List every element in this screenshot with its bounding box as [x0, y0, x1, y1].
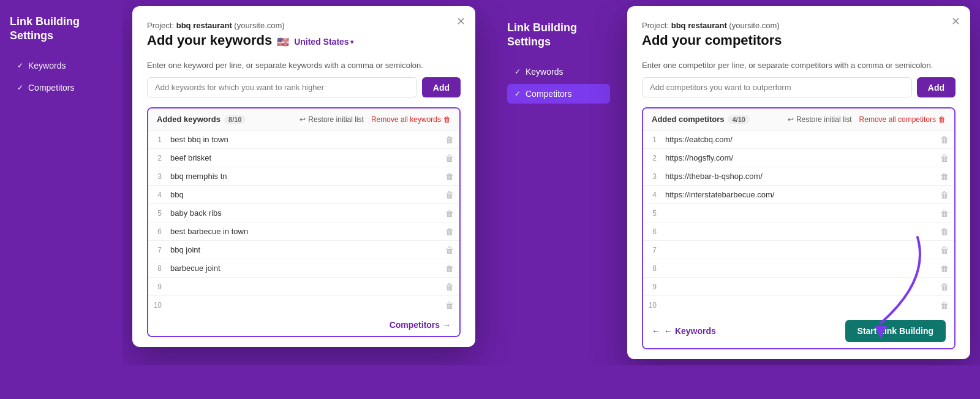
competitor-field-2[interactable] — [662, 149, 935, 167]
modal1-input-row: Add — [132, 77, 475, 107]
competitor-row: 5 🗑 — [643, 204, 954, 222]
delete-keyword-6[interactable]: 🗑 — [440, 227, 459, 237]
keywords-box: Added keywords 8/10 ↩ Restore initial li… — [147, 107, 461, 337]
keyword-field-6[interactable] — [167, 222, 440, 240]
keyword-field-7[interactable] — [167, 241, 440, 259]
delete-keyword-10[interactable]: 🗑 — [440, 300, 459, 310]
sidebar-item-keywords[interactable]: ✓ Keywords — [10, 56, 113, 75]
remove-all-competitors-button[interactable]: Remove all competitors 🗑 — [859, 115, 946, 124]
modal1-project-url: (yoursite.com) — [234, 21, 284, 30]
keyword-rows: 1 🗑 2 🗑 3 🗑 4 — [148, 131, 459, 314]
keyword-field-10[interactable] — [167, 296, 440, 314]
delete-keyword-1[interactable]: 🗑 — [440, 135, 459, 145]
keyword-row: 6 🗑 — [148, 222, 459, 241]
modal2-header: Project: bbq restaurant (yoursite.com) A… — [627, 6, 970, 61]
modal2-input-row: Add — [627, 77, 970, 107]
modal2-project-name: bbq restaurant — [671, 21, 727, 30]
sidebar-keywords-label: Keywords — [28, 61, 66, 70]
page-wrapper: Link Building Settings ✓ Keywords ✓ Comp… — [0, 0, 980, 399]
check-icon-competitors: ✓ — [17, 83, 23, 92]
restore-competitors-button[interactable]: ↩ Restore initial list — [788, 115, 852, 124]
sidebar2-title: Link Building Settings — [507, 21, 610, 50]
add-keyword-button[interactable]: Add — [422, 77, 461, 97]
competitors-badge: 4/10 — [728, 115, 749, 124]
delete-competitor-3[interactable]: 🗑 — [935, 172, 954, 181]
competitor-row: 9 🗑 — [643, 278, 954, 296]
keyword-field-5[interactable] — [167, 204, 440, 222]
competitor-field-9[interactable] — [662, 278, 935, 295]
delete-competitor-5[interactable]: 🗑 — [935, 208, 954, 218]
sidebar-title: Link Building Settings — [10, 15, 113, 44]
competitor-input[interactable] — [642, 77, 912, 97]
keyword-field-9[interactable] — [167, 278, 440, 295]
competitors-link-label: Competitors → — [390, 320, 451, 330]
content-area: ✕ Project: bbq restaurant (yoursite.com)… — [123, 0, 980, 365]
chevron-down-icon: ▾ — [350, 39, 353, 45]
delete-keyword-5[interactable]: 🗑 — [440, 208, 459, 218]
keyword-field-4[interactable] — [167, 186, 440, 203]
modal1-desc: Enter one keyword per line, or separate … — [132, 61, 475, 77]
restore-button[interactable]: ↩ Restore initial list — [300, 115, 364, 124]
competitors-footer: ← ← Keywords Start Link Building — [643, 314, 954, 348]
delete-keyword-8[interactable]: 🗑 — [440, 264, 459, 273]
competitor-field-4[interactable] — [662, 186, 935, 203]
keyword-input[interactable] — [147, 77, 417, 97]
competitor-row: 4 🗑 — [643, 186, 954, 204]
header-actions: ↩ Restore initial list Remove all keywor… — [300, 115, 451, 124]
competitor-row: 2 🗑 — [643, 149, 954, 167]
delete-competitor-1[interactable]: 🗑 — [935, 135, 954, 145]
keywords-footer: Competitors → — [148, 314, 459, 336]
left-sidebar: Link Building Settings ✓ Keywords ✓ Comp… — [0, 0, 123, 115]
delete-competitor-9[interactable]: 🗑 — [935, 282, 954, 292]
delete-competitor-8[interactable]: 🗑 — [935, 264, 954, 273]
check-icon-keywords: ✓ — [17, 61, 23, 70]
sidebar2-item-keywords[interactable]: ✓ Keywords — [507, 62, 610, 82]
competitor-field-5[interactable] — [662, 204, 935, 222]
add-competitor-button[interactable]: Add — [917, 77, 956, 97]
competitor-field-8[interactable] — [662, 259, 935, 277]
right-sidebar: Link Building Settings ✓ Keywords ✓ Comp… — [497, 6, 620, 121]
delete-competitor-4[interactable]: 🗑 — [935, 190, 954, 200]
start-link-building-button[interactable]: Start Link Building — [845, 320, 946, 342]
sidebar-item-competitors[interactable]: ✓ Competitors — [10, 78, 113, 97]
competitor-field-1[interactable] — [662, 131, 935, 148]
competitor-field-3[interactable] — [662, 167, 935, 185]
keyword-row: 5 🗑 — [148, 204, 459, 222]
modal1-title-row: Add your keywords 🇺🇸 United States ▾ — [147, 32, 461, 51]
competitor-field-6[interactable] — [662, 222, 935, 240]
keyword-field-2[interactable] — [167, 149, 440, 167]
country-select[interactable]: United States ▾ — [294, 37, 353, 47]
keywords-modal: ✕ Project: bbq restaurant (yoursite.com)… — [132, 6, 475, 347]
delete-keyword-2[interactable]: 🗑 — [440, 153, 459, 163]
check-icon-kw2: ✓ — [514, 67, 521, 76]
delete-competitor-2[interactable]: 🗑 — [935, 153, 954, 163]
competitors-header-actions: ↩ Restore initial list Remove all compet… — [788, 115, 946, 124]
keyword-field-8[interactable] — [167, 259, 440, 277]
keyword-field-1[interactable] — [167, 131, 440, 148]
competitor-field-7[interactable] — [662, 241, 935, 259]
remove-all-button[interactable]: Remove all keywords 🗑 — [371, 115, 451, 124]
keyword-row: 8 🗑 — [148, 259, 459, 278]
delete-keyword-7[interactable]: 🗑 — [440, 245, 459, 255]
delete-competitor-7[interactable]: 🗑 — [935, 245, 954, 255]
check-icon-comp2: ✓ — [514, 89, 521, 98]
sidebar2-item-competitors[interactable]: ✓ Competitors — [507, 84, 610, 104]
country-label: United States — [294, 37, 349, 47]
delete-competitor-10[interactable]: 🗑 — [935, 300, 954, 310]
delete-competitor-6[interactable]: 🗑 — [935, 227, 954, 237]
keyword-row: 10 🗑 — [148, 296, 459, 314]
modal1-project: Project: bbq restaurant (yoursite.com) — [147, 21, 461, 30]
delete-keyword-3[interactable]: 🗑 — [440, 172, 459, 181]
keyword-row: 9 🗑 — [148, 278, 459, 296]
restore-competitors-label: Restore initial list — [796, 115, 852, 124]
delete-keyword-4[interactable]: 🗑 — [440, 190, 459, 200]
delete-keyword-9[interactable]: 🗑 — [440, 282, 459, 292]
modal1-title: Add your keywords — [147, 32, 272, 48]
keywords-box-header: Added keywords 8/10 ↩ Restore initial li… — [148, 108, 459, 131]
back-to-keywords-link[interactable]: ← ← Keywords — [652, 326, 716, 336]
competitor-field-10[interactable] — [662, 296, 935, 314]
keyword-field-3[interactable] — [167, 167, 440, 185]
competitor-rows: 1 🗑 2 🗑 3 🗑 4 — [643, 131, 954, 314]
competitors-box-header: Added competitors 4/10 ↩ Restore initial… — [643, 108, 954, 131]
competitors-link[interactable]: Competitors → — [390, 320, 451, 330]
